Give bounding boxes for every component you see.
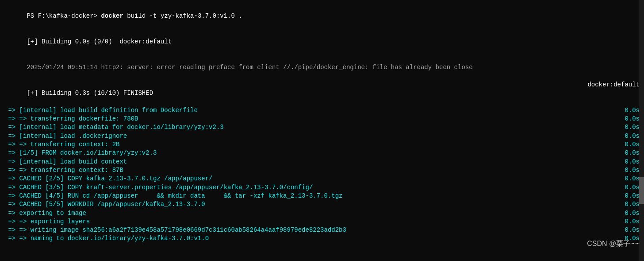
line-cached3: => CACHED [4/5] RUN cd /app/appuser && m… (4, 192, 640, 200)
line-exporting1: => exporting to image 0.0s (4, 209, 640, 218)
scrollbar-thumb[interactable] (639, 177, 644, 204)
line-exporting2: => => exporting layers 0.0s (4, 218, 640, 226)
line-step4: => [1/5] FROM docker.io/library/yzy:v2.3… (4, 149, 640, 157)
line-writing-image: => => writing image sha256:a6a2f7139e458… (4, 226, 640, 234)
line-step3b: => => transferring context: 2B 0.0s (4, 140, 640, 149)
line-building-finished: [+] Building 0.3s (10/10) FINISHED docke… (4, 81, 640, 106)
line-cached1: => CACHED [2/5] COPY kafka_2.13-3.7.0.tg… (4, 175, 640, 183)
line-error: 2025/01/24 09:51:14 http2: server: error… (4, 55, 640, 81)
line-view-build: View build details: docker-desktop://das… (4, 252, 640, 261)
terminal-window: PS F:\kafka-docker> docker build -t yzy-… (0, 0, 644, 261)
line-step1: => [internal] load build definition from… (4, 106, 640, 115)
line-step5: => [internal] load build context 0.0s (4, 158, 640, 166)
prompt-prefix: PS F:\kafka-docker> (27, 12, 101, 19)
line-cached4: => CACHED [5/5] WORKDIR /app/appuser/kaf… (4, 200, 640, 209)
line-step1b: => => transferring dockerfile: 780B 0.0s (4, 115, 640, 123)
docker-command: docker (101, 12, 123, 19)
line-step2: => [internal] load metadata for docker.i… (4, 123, 640, 132)
line-step5b: => => transferring context: 87B 0.0s (4, 166, 640, 175)
line-cached2: => CACHED [3/5] COPY kraft-server.proper… (4, 183, 640, 192)
line-naming: => => naming to docker.io/library/yzy-ka… (4, 234, 640, 243)
line-prompt: PS F:\kafka-docker> docker build -t yzy-… (4, 4, 640, 29)
line-building-start: [+] Building 0.0s (0/0) docker:default (4, 29, 640, 55)
line-blank1 (4, 243, 640, 252)
watermark: CSDN @栗子~~ (587, 239, 639, 249)
build-args: build -t yzy-kafka-3.7.0:v1.0 . (123, 12, 242, 19)
line-step3: => [internal] load .dockerignore 0.0s (4, 132, 640, 140)
scrollbar[interactable] (639, 0, 644, 261)
